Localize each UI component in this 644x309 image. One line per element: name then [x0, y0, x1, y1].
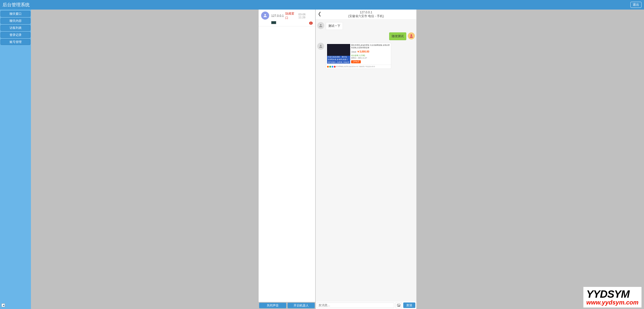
unread-badge: 0	[309, 22, 313, 25]
top-bar: 后台管理系统 退出	[0, 0, 644, 10]
chat-list-item[interactable]: 127.0.0.1 隐藏窗口 03-06 11:28 0	[259, 10, 315, 26]
chat-and-conv-wrapper: 127.0.0.1 隐藏窗口 03-06 11:28 0 关闭声音 开启机器人 …	[258, 10, 417, 309]
share-icon	[332, 66, 333, 68]
message-input[interactable]	[317, 302, 394, 308]
chat-list-footer: 关闭声音 开启机器人	[258, 302, 315, 309]
chat-item-ip: 127.0.0.1	[271, 14, 284, 18]
conv-header-location: (安徽省六安市 电信 - 手机)	[317, 14, 415, 18]
card-date: 发布日 : 2021-11-27	[351, 57, 390, 59]
sidebar-item-chat-window[interactable]: 聊天窗口	[1, 11, 30, 17]
visitor-avatar-icon	[317, 22, 324, 29]
share-icon	[334, 66, 336, 68]
message-bubble: 随便测试	[389, 32, 406, 40]
gap-left	[31, 10, 258, 309]
sidebar-item-visitor-list[interactable]: 访客列表	[1, 25, 30, 31]
app-title: 后台管理系统	[3, 2, 30, 8]
message-row: 测试一下	[317, 22, 415, 30]
mute-button[interactable]: 关闭声音	[259, 303, 286, 308]
product-card-info: 新狂赤壁风,多端赤壁军,大众传媒网游版,金凤兵壁军游戏,皇冠军零新至尊 活动价 …	[351, 44, 390, 64]
conversation-body: 测试一下 随便测试 开源无域名授权，发红包	[316, 20, 416, 301]
chat-list: 127.0.0.1 隐藏窗口 03-06 11:28 0	[258, 10, 315, 302]
svg-point-2	[398, 305, 398, 305]
robot-button[interactable]: 开启机器人	[288, 303, 315, 308]
agent-avatar-icon	[408, 32, 415, 39]
image-icon	[397, 303, 401, 307]
share-icon	[327, 66, 329, 68]
card-ribbon-line: 支持高并发,多房间,机器人	[327, 58, 350, 61]
product-card-image: 开源无域名授权，发红包 支持高并发,多房间,机器人 封IP,机器人,包安装上线运…	[327, 44, 350, 64]
sidebar: 聊天窗口 聊天内容 访客列表 登录记录 账号管理 ◀	[0, 10, 31, 309]
hide-window-link[interactable]: 隐藏窗口	[285, 12, 297, 20]
card-footer-text: 经本网审核,购买私信或者加wx等,为确保客户利益请v2支付	[336, 66, 390, 68]
sidebar-item-login-log[interactable]: 登录记录	[1, 32, 30, 38]
visitor-avatar-icon	[317, 43, 324, 50]
sidebar-collapse-button[interactable]: ◀	[2, 303, 5, 307]
user-avatar-icon	[261, 12, 269, 20]
conv-header-ip: 127.0.0.1	[317, 11, 415, 14]
message-row: 随便测试	[317, 32, 415, 40]
conversation-panel: ❮ 127.0.0.1 (安徽省六安市 电信 - 手机) 测试一下 随便测试	[315, 10, 417, 309]
chat-item-timestamp: 03-06 11:28	[298, 13, 313, 19]
svg-point-0	[411, 34, 412, 36]
product-card[interactable]: 开源无域名授权，发红包 支持高并发,多房间,机器人 封IP,机器人,包安装上线运…	[326, 43, 391, 69]
card-price-label: 活动价	[351, 51, 356, 53]
image-upload-button[interactable]	[395, 302, 402, 308]
card-price: ￥3,000.00	[357, 50, 369, 53]
card-ribbon-line: 封IP,机器人,包安装上线运营	[327, 61, 350, 64]
conversation-input-bar: 发送	[316, 301, 416, 309]
message-bubble: 测试一下	[326, 22, 343, 30]
main-shell: 聊天窗口 聊天内容 访客列表 登录记录 账号管理 ◀ 127.0.0.1 隐藏窗…	[0, 10, 644, 309]
sidebar-item-account-mgmt[interactable]: 账号管理	[1, 39, 30, 45]
card-ribbon-line: 开源无域名授权，发红包	[327, 56, 350, 58]
card-title: 新狂赤壁风,多端赤壁军,大众传媒网游版,金凤兵壁军游戏,皇冠军零新至尊	[351, 44, 390, 49]
back-icon[interactable]: ❮	[318, 11, 321, 17]
logout-button[interactable]: 退出	[630, 2, 641, 8]
buy-now-button[interactable]: 立即购买	[351, 60, 361, 63]
card-footer: 经本网审核,购买私信或者加wx等,为确保客户利益请v2支付	[326, 65, 391, 69]
conversation-header: ❮ 127.0.0.1 (安徽省六安市 电信 - 手机)	[316, 10, 416, 20]
chat-item-thumb	[271, 21, 276, 24]
gap-right	[417, 10, 644, 309]
send-button[interactable]: 发送	[403, 302, 415, 308]
message-row: 开源无域名授权，发红包 支持高并发,多房间,机器人 封IP,机器人,包安装上线运…	[317, 43, 415, 69]
chat-item-body: 127.0.0.1 隐藏窗口 03-06 11:28	[271, 12, 313, 24]
sidebar-item-chat-content[interactable]: 聊天内容	[1, 18, 30, 24]
share-icon	[329, 66, 331, 68]
card-tag: 组合套餐 [七天赠]	[351, 55, 365, 56]
